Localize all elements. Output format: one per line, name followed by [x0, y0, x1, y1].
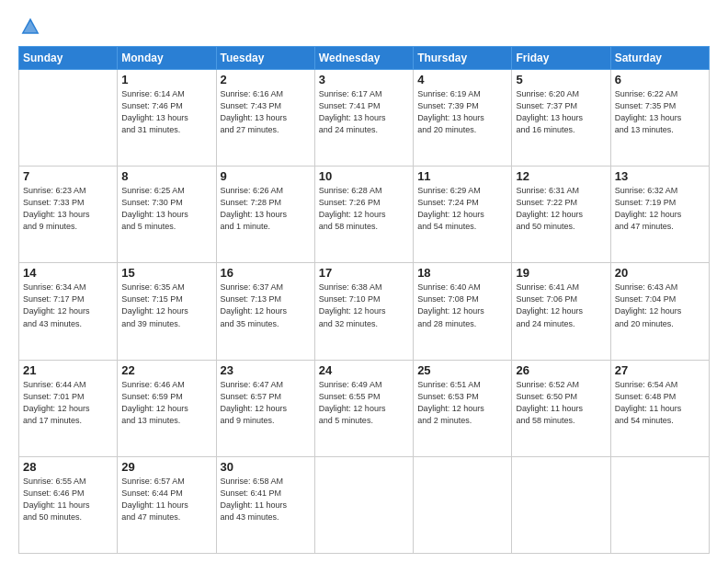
day-number: 24 — [319, 363, 409, 377]
day-number: 17 — [319, 266, 409, 280]
weekday-header-thursday: Thursday — [414, 47, 512, 70]
calendar-cell: 16Sunrise: 6:37 AM Sunset: 7:13 PM Dayli… — [216, 263, 314, 360]
day-info: Sunrise: 6:17 AM Sunset: 7:41 PM Dayligh… — [319, 88, 409, 136]
calendar-cell: 22Sunrise: 6:46 AM Sunset: 6:59 PM Dayli… — [118, 360, 216, 456]
day-info: Sunrise: 6:22 AM Sunset: 7:35 PM Dayligh… — [615, 88, 705, 136]
day-number: 5 — [516, 73, 606, 86]
calendar-cell — [512, 456, 610, 553]
day-info: Sunrise: 6:44 AM Sunset: 7:01 PM Dayligh… — [23, 379, 113, 427]
day-info: Sunrise: 6:23 AM Sunset: 7:33 PM Dayligh… — [23, 185, 113, 233]
calendar-cell: 17Sunrise: 6:38 AM Sunset: 7:10 PM Dayli… — [314, 263, 413, 360]
calendar-cell: 4Sunrise: 6:19 AM Sunset: 7:39 PM Daylig… — [414, 70, 512, 167]
day-number: 14 — [23, 266, 113, 280]
calendar-cell: 10Sunrise: 6:28 AM Sunset: 7:26 PM Dayli… — [314, 167, 413, 263]
day-info: Sunrise: 6:40 AM Sunset: 7:08 PM Dayligh… — [417, 282, 507, 329]
day-number: 1 — [121, 73, 211, 86]
weekday-header-saturday: Saturday — [610, 47, 709, 70]
day-number: 3 — [319, 73, 409, 86]
calendar-cell: 5Sunrise: 6:20 AM Sunset: 7:37 PM Daylig… — [512, 70, 610, 167]
calendar-cell — [314, 456, 413, 553]
calendar-cell: 24Sunrise: 6:49 AM Sunset: 6:55 PM Dayli… — [314, 360, 413, 456]
calendar-cell: 7Sunrise: 6:23 AM Sunset: 7:33 PM Daylig… — [19, 167, 118, 263]
day-number: 22 — [121, 363, 211, 377]
calendar-cell: 3Sunrise: 6:17 AM Sunset: 7:41 PM Daylig… — [314, 70, 413, 167]
weekday-header-sunday: Sunday — [19, 47, 118, 70]
day-number: 8 — [121, 169, 211, 183]
day-number: 12 — [516, 169, 606, 183]
day-info: Sunrise: 6:25 AM Sunset: 7:30 PM Dayligh… — [121, 185, 211, 233]
calendar-cell: 6Sunrise: 6:22 AM Sunset: 7:35 PM Daylig… — [610, 70, 709, 167]
day-info: Sunrise: 6:47 AM Sunset: 6:57 PM Dayligh… — [221, 379, 311, 427]
calendar-cell: 2Sunrise: 6:16 AM Sunset: 7:43 PM Daylig… — [216, 70, 314, 167]
day-number: 21 — [23, 363, 113, 377]
day-number: 27 — [615, 363, 705, 377]
day-number: 6 — [615, 73, 705, 86]
day-number: 10 — [319, 169, 409, 183]
calendar-cell: 28Sunrise: 6:55 AM Sunset: 6:46 PM Dayli… — [19, 456, 118, 553]
day-info: Sunrise: 6:51 AM Sunset: 6:53 PM Dayligh… — [417, 379, 507, 427]
weekday-header-wednesday: Wednesday — [314, 47, 413, 70]
day-number: 9 — [221, 169, 311, 183]
day-info: Sunrise: 6:35 AM Sunset: 7:15 PM Dayligh… — [121, 282, 211, 329]
calendar-cell: 14Sunrise: 6:34 AM Sunset: 7:17 PM Dayli… — [19, 263, 118, 360]
day-info: Sunrise: 6:34 AM Sunset: 7:17 PM Dayligh… — [23, 282, 113, 329]
day-info: Sunrise: 6:19 AM Sunset: 7:39 PM Dayligh… — [417, 88, 507, 136]
calendar-cell: 8Sunrise: 6:25 AM Sunset: 7:30 PM Daylig… — [118, 167, 216, 263]
day-info: Sunrise: 6:57 AM Sunset: 6:44 PM Dayligh… — [121, 476, 211, 523]
day-info: Sunrise: 6:20 AM Sunset: 7:37 PM Dayligh… — [516, 88, 606, 136]
day-info: Sunrise: 6:16 AM Sunset: 7:43 PM Dayligh… — [221, 88, 311, 136]
day-info: Sunrise: 6:58 AM Sunset: 6:41 PM Dayligh… — [221, 476, 311, 523]
calendar-week-row: 14Sunrise: 6:34 AM Sunset: 7:17 PM Dayli… — [19, 263, 710, 360]
day-number: 26 — [516, 363, 606, 377]
calendar-cell: 25Sunrise: 6:51 AM Sunset: 6:53 PM Dayli… — [414, 360, 512, 456]
day-number: 20 — [615, 266, 705, 280]
weekday-header-monday: Monday — [118, 47, 216, 70]
day-info: Sunrise: 6:28 AM Sunset: 7:26 PM Dayligh… — [319, 185, 409, 233]
calendar-cell: 21Sunrise: 6:44 AM Sunset: 7:01 PM Dayli… — [19, 360, 118, 456]
day-number: 30 — [221, 460, 311, 474]
calendar-cell: 11Sunrise: 6:29 AM Sunset: 7:24 PM Dayli… — [414, 167, 512, 263]
day-info: Sunrise: 6:29 AM Sunset: 7:24 PM Dayligh… — [417, 185, 507, 233]
calendar-cell: 30Sunrise: 6:58 AM Sunset: 6:41 PM Dayli… — [216, 456, 314, 553]
day-number: 4 — [417, 73, 507, 86]
day-info: Sunrise: 6:55 AM Sunset: 6:46 PM Dayligh… — [23, 476, 113, 523]
weekday-header-row: SundayMondayTuesdayWednesdayThursdayFrid… — [19, 47, 710, 70]
day-number: 18 — [417, 266, 507, 280]
day-info: Sunrise: 6:26 AM Sunset: 7:28 PM Dayligh… — [221, 185, 311, 233]
day-number: 11 — [417, 169, 507, 183]
calendar-cell: 9Sunrise: 6:26 AM Sunset: 7:28 PM Daylig… — [216, 167, 314, 263]
calendar-cell — [414, 456, 512, 553]
day-number: 16 — [221, 266, 311, 280]
calendar-cell: 26Sunrise: 6:52 AM Sunset: 6:50 PM Dayli… — [512, 360, 610, 456]
day-number: 29 — [121, 460, 211, 474]
day-info: Sunrise: 6:38 AM Sunset: 7:10 PM Dayligh… — [319, 282, 409, 329]
weekday-header-tuesday: Tuesday — [216, 47, 314, 70]
calendar-cell: 13Sunrise: 6:32 AM Sunset: 7:19 PM Dayli… — [610, 167, 709, 263]
logo — [18, 20, 44, 40]
day-info: Sunrise: 6:31 AM Sunset: 7:22 PM Dayligh… — [516, 185, 606, 233]
calendar-week-row: 21Sunrise: 6:44 AM Sunset: 7:01 PM Dayli… — [19, 360, 710, 456]
day-number: 15 — [121, 266, 211, 280]
day-info: Sunrise: 6:52 AM Sunset: 6:50 PM Dayligh… — [516, 379, 606, 427]
calendar-cell: 19Sunrise: 6:41 AM Sunset: 7:06 PM Dayli… — [512, 263, 610, 360]
day-info: Sunrise: 6:37 AM Sunset: 7:13 PM Dayligh… — [221, 282, 311, 329]
calendar-cell: 29Sunrise: 6:57 AM Sunset: 6:44 PM Dayli… — [118, 456, 216, 553]
calendar-cell: 15Sunrise: 6:35 AM Sunset: 7:15 PM Dayli… — [118, 263, 216, 360]
calendar-cell — [610, 456, 709, 553]
calendar-cell: 1Sunrise: 6:14 AM Sunset: 7:46 PM Daylig… — [118, 70, 216, 167]
day-number: 7 — [23, 169, 113, 183]
calendar-cell — [19, 70, 118, 167]
day-number: 28 — [23, 460, 113, 474]
day-info: Sunrise: 6:41 AM Sunset: 7:06 PM Dayligh… — [516, 282, 606, 329]
calendar-cell: 18Sunrise: 6:40 AM Sunset: 7:08 PM Dayli… — [414, 263, 512, 360]
calendar-cell: 23Sunrise: 6:47 AM Sunset: 6:57 PM Dayli… — [216, 360, 314, 456]
weekday-header-friday: Friday — [512, 47, 610, 70]
day-number: 25 — [417, 363, 507, 377]
day-info: Sunrise: 6:32 AM Sunset: 7:19 PM Dayligh… — [615, 185, 705, 233]
day-number: 2 — [221, 73, 311, 86]
calendar-week-row: 28Sunrise: 6:55 AM Sunset: 6:46 PM Dayli… — [19, 456, 710, 553]
calendar-cell: 20Sunrise: 6:43 AM Sunset: 7:04 PM Dayli… — [610, 263, 709, 360]
calendar-week-row: 7Sunrise: 6:23 AM Sunset: 7:33 PM Daylig… — [19, 167, 710, 263]
day-info: Sunrise: 6:49 AM Sunset: 6:55 PM Dayligh… — [319, 379, 409, 427]
calendar-cell: 27Sunrise: 6:54 AM Sunset: 6:48 PM Dayli… — [610, 360, 709, 456]
